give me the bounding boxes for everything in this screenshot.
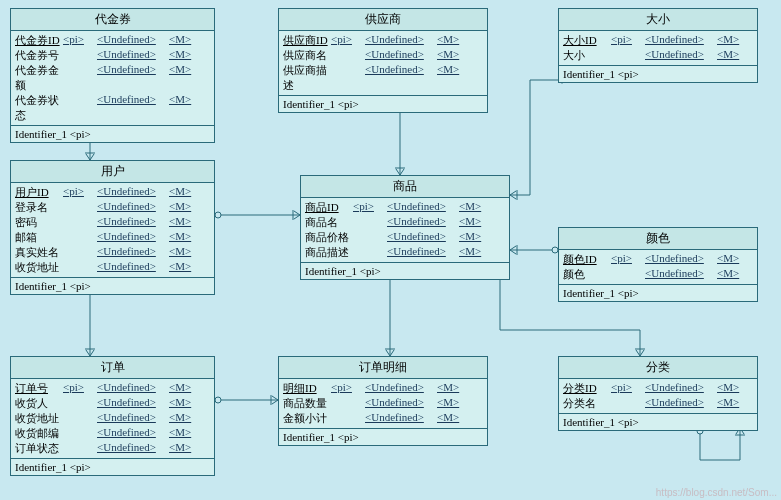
attribute-row: 收货地址<Undefined><M> (15, 411, 210, 426)
attr-m: <M> (437, 33, 459, 48)
entity-color: 颜色颜色ID<pi><Undefined><M>颜色<Undefined><M>… (558, 227, 758, 302)
entity-body: 代金券ID<pi><Undefined><M>代金券号<Undefined><M… (11, 31, 214, 126)
attr-m: <M> (169, 185, 191, 200)
entity-user: 用户用户ID<pi><Undefined><M>登录名<Undefined><M… (10, 160, 215, 295)
attr-name: 颜色 (563, 267, 611, 282)
attribute-row: 订单号<pi><Undefined><M> (15, 381, 210, 396)
entity-title: 用户 (11, 161, 214, 183)
attr-name: 登录名 (15, 200, 63, 215)
attr-pi (63, 215, 97, 230)
attribute-row: 代金券金额<Undefined><M> (15, 63, 210, 93)
attr-type: <Undefined> (97, 185, 169, 200)
attr-name: 代金券ID (15, 33, 63, 48)
entity-identifier: Identifier_1 <pi> (559, 414, 757, 430)
attr-m: <M> (717, 396, 739, 411)
attr-type: <Undefined> (97, 396, 169, 411)
attribute-row: 商品名<Undefined><M> (305, 215, 505, 230)
attr-m: <M> (437, 48, 459, 63)
entity-voucher: 代金券代金券ID<pi><Undefined><M>代金券号<Undefined… (10, 8, 215, 143)
attr-pi (63, 441, 97, 456)
attr-name: 分类名 (563, 396, 611, 411)
attr-pi: <pi> (331, 33, 365, 48)
entity-title: 商品 (301, 176, 509, 198)
attr-type: <Undefined> (365, 63, 437, 93)
attr-m: <M> (169, 426, 191, 441)
attr-pi (611, 396, 645, 411)
attr-m: <M> (169, 63, 191, 93)
attr-pi (63, 200, 97, 215)
attr-m: <M> (169, 245, 191, 260)
attr-name: 订单号 (15, 381, 63, 396)
attr-type: <Undefined> (97, 48, 169, 63)
attribute-row: 明细ID<pi><Undefined><M> (283, 381, 483, 396)
attr-name: 商品描述 (305, 245, 353, 260)
attribute-row: 代金券ID<pi><Undefined><M> (15, 33, 210, 48)
entity-identifier: Identifier_1 <pi> (11, 459, 214, 475)
attr-m: <M> (437, 381, 459, 396)
attr-m: <M> (169, 441, 191, 456)
entity-body: 分类ID<pi><Undefined><M>分类名<Undefined><M> (559, 379, 757, 414)
attr-pi: <pi> (331, 381, 365, 396)
entity-identifier: Identifier_1 <pi> (11, 126, 214, 142)
entity-title: 大小 (559, 9, 757, 31)
attr-name: 真实姓名 (15, 245, 63, 260)
entity-supplier: 供应商供应商ID<pi><Undefined><M>供应商名<Undefined… (278, 8, 488, 113)
attr-m: <M> (169, 93, 191, 123)
attr-m: <M> (717, 33, 739, 48)
attr-m: <M> (169, 215, 191, 230)
attr-type: <Undefined> (387, 245, 459, 260)
attr-pi (353, 245, 387, 260)
entity-identifier: Identifier_1 <pi> (559, 285, 757, 301)
entity-order: 订单订单号<pi><Undefined><M>收货人<Undefined><M>… (10, 356, 215, 476)
attr-m: <M> (437, 396, 459, 411)
attr-name: 大小ID (563, 33, 611, 48)
attr-m: <M> (169, 411, 191, 426)
attr-type: <Undefined> (97, 411, 169, 426)
attr-name: 代金券号 (15, 48, 63, 63)
attr-type: <Undefined> (645, 396, 717, 411)
attr-pi (331, 396, 365, 411)
entity-body: 大小ID<pi><Undefined><M>大小<Undefined><M> (559, 31, 757, 66)
attr-name: 用户ID (15, 185, 63, 200)
attr-type: <Undefined> (645, 381, 717, 396)
svg-point-15 (215, 212, 221, 218)
attr-pi (353, 230, 387, 245)
attr-m: <M> (717, 267, 739, 282)
attr-m: <M> (717, 381, 739, 396)
attr-name: 收货地址 (15, 260, 63, 275)
attr-pi (63, 426, 97, 441)
svg-point-39 (215, 397, 221, 403)
entity-title: 订单 (11, 357, 214, 379)
attr-pi: <pi> (611, 33, 645, 48)
attr-name: 明细ID (283, 381, 331, 396)
svg-line-22 (510, 250, 516, 254)
entity-body: 商品ID<pi><Undefined><M>商品名<Undefined><M>商… (301, 198, 509, 263)
attr-type: <Undefined> (645, 48, 717, 63)
attr-name: 金额小计 (283, 411, 331, 426)
attr-type: <Undefined> (365, 48, 437, 63)
watermark-text: https://blog.csdn.net/Som... (656, 487, 777, 498)
attr-name: 收货邮编 (15, 426, 63, 441)
entity-body: 明细ID<pi><Undefined><M>商品数量<Undefined><M>… (279, 379, 487, 429)
entity-size: 大小大小ID<pi><Undefined><M>大小<Undefined><M>… (558, 8, 758, 83)
attr-type: <Undefined> (365, 381, 437, 396)
attr-type: <Undefined> (387, 230, 459, 245)
attribute-row: 收货人<Undefined><M> (15, 396, 210, 411)
attr-type: <Undefined> (97, 381, 169, 396)
attribute-row: 分类名<Undefined><M> (563, 396, 753, 411)
attr-name: 收货人 (15, 396, 63, 411)
attribute-row: 分类ID<pi><Undefined><M> (563, 381, 753, 396)
attr-name: 商品ID (305, 200, 353, 215)
attr-type: <Undefined> (645, 33, 717, 48)
attr-pi (611, 48, 645, 63)
attr-m: <M> (169, 33, 191, 48)
attr-name: 商品名 (305, 215, 353, 230)
attribute-row: 邮箱<Undefined><M> (15, 230, 210, 245)
attr-type: <Undefined> (97, 93, 169, 123)
attr-type: <Undefined> (97, 260, 169, 275)
attr-pi (331, 63, 365, 93)
attr-type: <Undefined> (365, 396, 437, 411)
attr-type: <Undefined> (645, 252, 717, 267)
attr-name: 大小 (563, 48, 611, 63)
attr-type: <Undefined> (645, 267, 717, 282)
